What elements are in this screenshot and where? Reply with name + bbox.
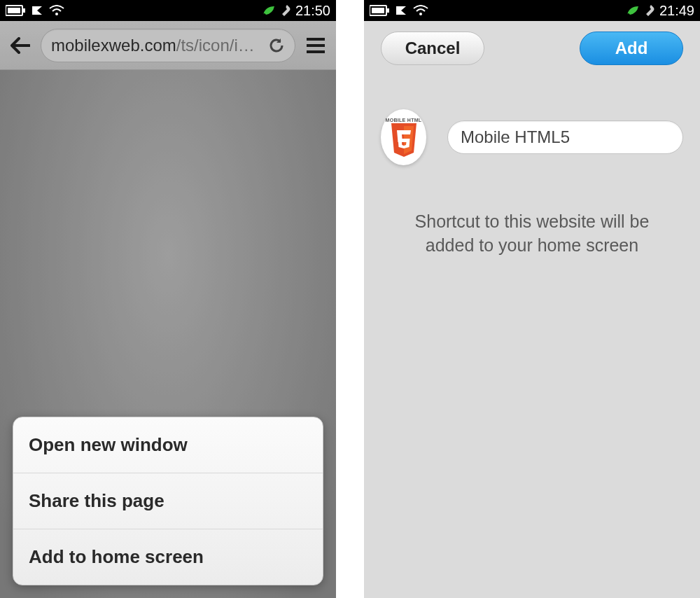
- clock-text: 21:49: [659, 3, 694, 19]
- battery-icon: [6, 5, 25, 16]
- back-button[interactable]: [8, 34, 32, 57]
- leaf-icon: [262, 5, 276, 16]
- svg-rect-2: [23, 8, 25, 13]
- phone-browser-menu: 21:50 mobilexweb.com/ts/icon/i… Open new…: [0, 0, 336, 598]
- charge-icon: [393, 5, 409, 16]
- hint-text: Shortcut to this website will be added t…: [381, 210, 683, 258]
- menu-add-to-home-screen[interactable]: Add to home screen: [13, 529, 323, 585]
- menu-open-new-window[interactable]: Open new window: [13, 417, 323, 473]
- status-right-group: 21:50: [262, 3, 330, 19]
- svg-point-10: [419, 13, 422, 15]
- charge-icon: [29, 5, 45, 16]
- svg-rect-4: [307, 38, 325, 41]
- shortcut-form: MOBILE HTML Shortcut to this website wil…: [364, 76, 700, 258]
- leaf-icon: [626, 5, 640, 16]
- svg-rect-8: [372, 8, 384, 13]
- menu-share-this-page[interactable]: Share this page: [13, 473, 323, 529]
- status-bar: 21:50: [0, 0, 336, 21]
- shortcut-row: MOBILE HTML: [381, 109, 683, 165]
- html5-icon: [388, 123, 419, 157]
- wifi-icon: [413, 5, 428, 16]
- status-left-group: [6, 5, 64, 16]
- clock-text: 21:50: [295, 3, 330, 19]
- url-text: mobilexweb.com/ts/icon/i…: [51, 36, 262, 55]
- dialog-header: Cancel Add: [364, 21, 700, 76]
- tool-icon: [280, 5, 291, 16]
- svg-rect-1: [8, 8, 20, 13]
- url-domain: mobilexweb.com: [51, 36, 176, 55]
- shortcut-title-input[interactable]: [447, 120, 683, 154]
- wifi-icon: [49, 5, 64, 16]
- action-sheet: Open new window Share this page Add to h…: [13, 417, 323, 585]
- status-left-group: [370, 5, 428, 16]
- reload-icon[interactable]: [268, 37, 285, 54]
- site-favicon: MOBILE HTML: [381, 109, 426, 165]
- svg-rect-9: [387, 8, 389, 13]
- url-path: /ts/icon/i…: [176, 36, 255, 55]
- cancel-button[interactable]: Cancel: [381, 32, 484, 65]
- status-bar: 21:49: [364, 0, 700, 21]
- tool-icon: [644, 5, 655, 16]
- phone-add-shortcut: 21:49 Cancel Add MOBILE HTML Shortcut to…: [364, 0, 700, 598]
- icon-caption: MOBILE HTML: [386, 118, 422, 123]
- menu-button[interactable]: [304, 34, 328, 57]
- browser-toolbar: mobilexweb.com/ts/icon/i…: [0, 21, 336, 70]
- url-bar[interactable]: mobilexweb.com/ts/icon/i…: [41, 29, 295, 62]
- svg-rect-5: [307, 44, 325, 47]
- battery-icon: [370, 5, 389, 16]
- status-right-group: 21:49: [626, 3, 694, 19]
- svg-point-3: [55, 13, 58, 15]
- svg-rect-6: [307, 50, 325, 53]
- add-button[interactable]: Add: [580, 32, 683, 65]
